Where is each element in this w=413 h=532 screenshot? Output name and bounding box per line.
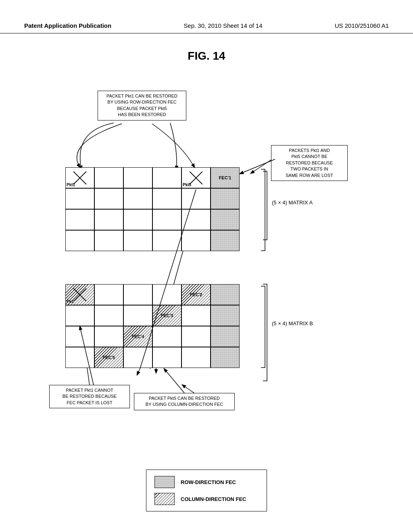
matrix-b-row1-col4 xyxy=(152,284,181,305)
fec4-label: FEC'4 xyxy=(132,334,144,339)
matrix-a-row2-col6 xyxy=(211,188,240,209)
figure-title: FIG. 14 xyxy=(24,50,389,62)
matrix-a-row3-col5 xyxy=(181,209,211,230)
fec5-label: FEC'5 xyxy=(103,355,115,360)
matrix-b-row2-col2 xyxy=(94,305,123,326)
matrix-a-label: (5 × 4) MATRIX A xyxy=(272,200,313,206)
legend-swatch-row-fec xyxy=(154,476,175,488)
matrix-a-row1-col2 xyxy=(94,167,123,188)
matrix-b-row4-col6 xyxy=(211,347,240,368)
matrix-a-row1-col1: Pkt1 xyxy=(65,167,94,188)
matrix-a-row2-col3 xyxy=(123,188,152,209)
matrix-a-row4-col1 xyxy=(65,230,94,251)
legend-label-col-fec: COLUMN-DIRECTION FEC xyxy=(181,496,246,502)
matrix-b-row1-col5-fec2: FEC'2 xyxy=(181,284,211,305)
matrix-b-row3-col2 xyxy=(94,326,123,347)
bottom-right-annotation-text: PACKET Pkt5 CAN BE RESTORED BY USING COL… xyxy=(146,396,223,407)
top-annotation-box: PACKET Pkt1 CAN BE RESTORED BY USING ROW… xyxy=(98,91,186,121)
matrix-a-row1-col4 xyxy=(152,167,181,188)
fec3-label: FEC'3 xyxy=(161,313,173,318)
matrix-a-row4-col4 xyxy=(152,230,181,251)
bottom-left-annotation-text: PACKET Pkt1 CANNOT BE RESTORED BECAUSE F… xyxy=(63,388,117,405)
header: Patent Application Publication Sep. 30, … xyxy=(0,0,413,33)
matrix-a-row2-col2 xyxy=(94,188,123,209)
matrix-a-row2-col1 xyxy=(65,188,94,209)
bracket-b xyxy=(257,284,277,370)
matrix-a-row1-col6-fec1: FEC'1 xyxy=(211,167,240,188)
bracket-a xyxy=(257,167,277,253)
matrix-b-label: (5 × 4) MATRIX B xyxy=(272,320,313,326)
matrix-b-row2-col1 xyxy=(65,305,94,326)
matrix-a-row3-col4 xyxy=(152,209,181,230)
matrix-b-row2-col5 xyxy=(181,305,211,326)
matrix-a-row4-col2 xyxy=(94,230,123,251)
fec2-label: FEC'2 xyxy=(190,292,202,297)
matrix-b-row4-col3 xyxy=(123,347,152,368)
header-right: US 2010/251060 A1 xyxy=(335,22,389,29)
matrix-a-row2-col4 xyxy=(152,188,181,209)
pk1-label: Pk1 xyxy=(67,299,74,304)
matrix-a-row3-col3 xyxy=(123,209,152,230)
matrix-b-row4-col4 xyxy=(152,347,181,368)
matrix-b-row2-col4-fec3: FEC'3 xyxy=(152,305,181,326)
top-annotation-text: PACKET Pkt1 CAN BE RESTORED BY USING ROW… xyxy=(106,94,177,117)
legend-item-col-fec: COLUMN-DIRECTION FEC xyxy=(154,493,259,505)
bottom-right-annotation-box: PACKET Pkt5 CAN BE RESTORED BY USING COL… xyxy=(134,393,235,410)
matrix-b-row4-col1 xyxy=(65,347,94,368)
right-annotation-text: PACKETS Pkt1 AND Pkt5 CANNOT BE RESTORED… xyxy=(286,148,333,178)
matrix-b-row2-col3 xyxy=(123,305,152,326)
matrix-a-row3-col1 xyxy=(65,209,94,230)
bottom-left-annotation-box: PACKET Pkt1 CANNOT BE RESTORED BECAUSE F… xyxy=(49,385,130,408)
header-center: Sep. 30, 2010 Sheet 14 of 14 xyxy=(184,22,262,29)
legend-label-row-fec: ROW-DIRECTION FEC xyxy=(181,479,236,485)
matrix-a-row4-col6 xyxy=(211,230,240,251)
matrix-a-row2-col5 xyxy=(181,188,211,209)
diagram: PACKET Pkt1 CAN BE RESTORED BY USING ROW… xyxy=(33,71,380,466)
header-left: Patent Application Publication xyxy=(24,22,111,29)
page: Patent Application Publication Sep. 30, … xyxy=(0,0,413,532)
matrix-a-row3-col6 xyxy=(211,209,240,230)
right-annotation-box: PACKETS Pkt1 AND Pkt5 CANNOT BE RESTORED… xyxy=(271,145,348,181)
matrix-a-row1-col3 xyxy=(123,167,152,188)
matrix-b-row3-col1 xyxy=(65,326,94,347)
matrix-b-row4-col5 xyxy=(181,347,211,368)
matrix-b-row3-col6 xyxy=(211,326,240,347)
matrix-b-row3-col4 xyxy=(152,326,181,347)
legend-item-row-fec: ROW-DIRECTION FEC xyxy=(154,476,259,488)
matrix-b-row3-col5 xyxy=(181,326,211,347)
matrix-a-row4-col3 xyxy=(123,230,152,251)
main-content: FIG. 14 xyxy=(0,33,413,524)
matrix-b-row4-col2-fec5: FEC'5 xyxy=(94,347,123,368)
matrix-b-row1-col1: Pk1 xyxy=(65,284,94,305)
pkt5-label: Pkt5 xyxy=(183,183,191,187)
fec1-label: FEC'1 xyxy=(219,175,232,180)
matrix-a-row1-col5: Pkt5 xyxy=(181,167,211,188)
matrix-b-row2-col6 xyxy=(211,305,240,326)
matrix-b-row1-col3 xyxy=(123,284,152,305)
matrix-a-row3-col2 xyxy=(94,209,123,230)
pkt1-label: Pkt1 xyxy=(67,183,75,187)
legend-swatch-col-fec xyxy=(154,493,175,505)
legend: ROW-DIRECTION FEC COLUMN-DIRECTION FEC xyxy=(146,470,267,511)
matrix-a-row4-col5 xyxy=(181,230,211,251)
matrix-b-row1-col2 xyxy=(94,284,123,305)
matrix-b-row1-col6 xyxy=(211,284,240,305)
matrix-b-row3-col3-fec4: FEC'4 xyxy=(123,326,152,347)
